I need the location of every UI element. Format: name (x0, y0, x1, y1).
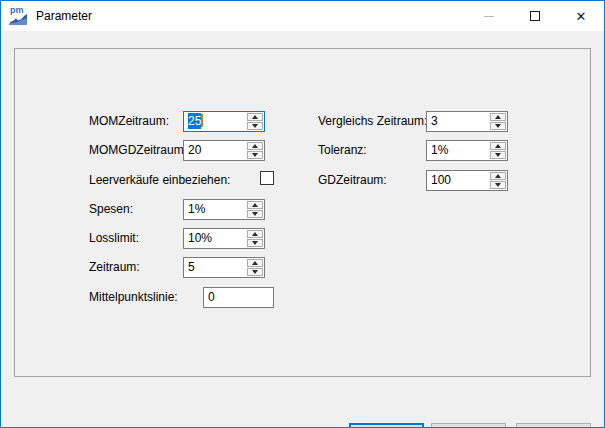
spin-down-button[interactable] (247, 268, 263, 276)
losslimit-value: 10% (188, 229, 212, 248)
toleranz-value: 1% (431, 141, 448, 160)
spin-up-icon (495, 144, 501, 148)
vergleichszeitraum-label: Vergleichs Zeitraum: (318, 111, 427, 132)
close-icon: ✕ (576, 10, 587, 23)
losslimit-spinner (247, 230, 263, 247)
app-logo-wave (9, 14, 27, 25)
toleranz-input[interactable]: 1% (426, 140, 508, 161)
parameter-dialog: pm Parameter ✕ MOMZeitraum: MOMGDZeitrau… (0, 0, 605, 428)
zeitraum-spinner (247, 259, 263, 276)
spin-down-icon (252, 270, 258, 274)
mittelpunktslinie-input[interactable]: 0 (203, 287, 274, 308)
momgdzeitraum-spinner (247, 142, 263, 159)
gdzeitraum-label: GDZeitraum: (318, 170, 387, 191)
minimize-icon (484, 16, 494, 17)
spin-up-button[interactable] (490, 142, 506, 150)
spin-down-button[interactable] (247, 151, 263, 159)
vergleichszeitraum-value: 3 (431, 112, 438, 131)
momgdzeitraum-value: 20 (188, 141, 201, 160)
spin-up-button[interactable] (247, 230, 263, 238)
spin-down-icon (495, 153, 501, 157)
momzeitraum-input[interactable]: 25 (183, 111, 265, 132)
zeitraum-label: Zeitraum: (89, 257, 140, 278)
gdzeitraum-input[interactable]: 100 (426, 170, 508, 191)
spin-up-button[interactable] (490, 113, 506, 121)
spin-down-button[interactable] (490, 181, 506, 189)
spin-down-icon (495, 124, 501, 128)
ok-button[interactable]: OK (349, 423, 424, 428)
spin-up-icon (495, 115, 501, 119)
maximize-button[interactable] (512, 1, 558, 31)
spin-up-icon (252, 203, 258, 207)
zeitraum-input[interactable]: 5 (183, 257, 265, 278)
maximize-icon (530, 11, 540, 21)
spin-up-icon (252, 144, 258, 148)
momzeitraum-spinner (247, 113, 263, 130)
text-caret (201, 114, 203, 127)
leerverkaeufe-label: Leerverkäufe einbeziehen: (89, 170, 230, 191)
spesen-label: Spesen: (89, 199, 133, 220)
spin-down-button[interactable] (490, 122, 506, 130)
spin-down-button[interactable] (247, 210, 263, 218)
spesen-value: 1% (188, 200, 205, 219)
spesen-spinner (247, 201, 263, 218)
momgdzeitraum-input[interactable]: 20 (183, 140, 265, 161)
spin-up-button[interactable] (247, 113, 263, 121)
spin-up-button[interactable] (247, 142, 263, 150)
vergleichszeitraum-spinner (490, 113, 506, 130)
spin-up-icon (495, 174, 501, 178)
cancel-button[interactable]: Abbrechen (431, 423, 506, 428)
titlebar[interactable]: pm Parameter ✕ (1, 1, 604, 31)
close-button[interactable]: ✕ (558, 1, 604, 31)
spin-down-button[interactable] (247, 122, 263, 130)
mittelpunktslinie-label: Mittelpunktslinie: (89, 287, 178, 308)
spin-up-button[interactable] (247, 259, 263, 267)
dialog-content: MOMZeitraum: MOMGDZeitraum: Leerverkäufe… (1, 31, 604, 427)
selected-text: 25 (188, 113, 201, 129)
losslimit-label: Losslimit: (89, 228, 139, 249)
vergleichszeitraum-input[interactable]: 3 (426, 111, 508, 132)
spin-up-icon (252, 232, 258, 236)
losslimit-input[interactable]: 10% (183, 228, 265, 249)
spin-down-icon (495, 183, 501, 187)
spin-down-icon (252, 241, 258, 245)
spesen-input[interactable]: 1% (183, 199, 265, 220)
spin-down-button[interactable] (490, 151, 506, 159)
spin-up-button[interactable] (247, 201, 263, 209)
spin-down-button[interactable] (247, 239, 263, 247)
help-button[interactable]: Hilfe (516, 423, 591, 428)
momzeitraum-value: 25 (188, 112, 203, 131)
leerverkaeufe-checkbox[interactable] (260, 171, 274, 185)
mittelpunktslinie-value: 0 (208, 288, 215, 307)
spin-down-icon (252, 153, 258, 157)
spin-up-icon (252, 261, 258, 265)
toleranz-label: Toleranz: (318, 140, 367, 161)
momgdzeitraum-label: MOMGDZeitraum: (89, 140, 187, 161)
gdzeitraum-spinner (490, 172, 506, 189)
toleranz-spinner (490, 142, 506, 159)
spin-up-icon (252, 115, 258, 119)
window-title: Parameter (36, 9, 92, 23)
gdzeitraum-value: 100 (431, 171, 451, 190)
app-logo-icon: pm (9, 8, 27, 25)
minimize-button[interactable] (466, 1, 512, 31)
momzeitraum-label: MOMZeitraum: (89, 111, 169, 132)
spin-up-button[interactable] (490, 172, 506, 180)
spin-down-icon (252, 212, 258, 216)
spin-down-icon (252, 124, 258, 128)
zeitraum-value: 5 (188, 258, 195, 277)
window-controls: ✕ (466, 1, 604, 31)
